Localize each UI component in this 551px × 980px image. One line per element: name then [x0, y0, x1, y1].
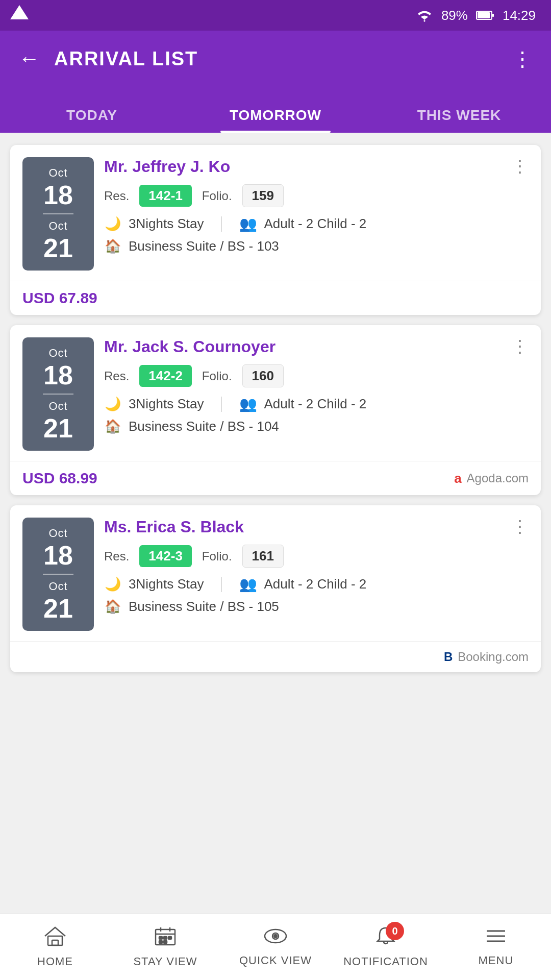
svg-point-16 [274, 935, 277, 938]
tab-tomorrow[interactable]: TOMORROW [184, 107, 367, 133]
svg-rect-9 [159, 937, 162, 939]
card-footer-1: USD 67.89 [10, 281, 541, 315]
guest-name-2: Mr. Jack S. Cournoyer [104, 337, 276, 356]
price-1: USD 67.89 [22, 289, 97, 307]
agoda-icon: a [454, 471, 461, 486]
nav-home[interactable]: HOME [0, 921, 110, 973]
card-info-3: Ms. Erica S. Black ⋮ Res. 142-3 Folio. 1… [104, 518, 529, 621]
svg-rect-4 [52, 940, 58, 945]
tab-today[interactable]: TODAY [0, 107, 184, 133]
back-button[interactable]: ← [18, 46, 40, 71]
card-more-button-3[interactable]: ⋮ [505, 518, 529, 535]
svg-rect-1 [478, 12, 490, 18]
svg-rect-13 [164, 941, 167, 943]
guests-icon-3: 👥 [239, 576, 257, 593]
card-header-row-2: Mr. Jack S. Cournoyer ⋮ [104, 337, 529, 364]
date-divider-3 [43, 574, 73, 575]
res-row-1: Res. 142-1 Folio. 159 [104, 184, 529, 207]
card-footer-2: USD 68.99 a Agoda.com [10, 461, 541, 495]
nav-stayview[interactable]: STAY VIEW [110, 921, 220, 973]
nav-notification[interactable]: 0 NOTIFICATION [331, 921, 441, 973]
arrival-card-1: Oct 18 Oct 21 Mr. Jeffrey J. Ko ⋮ Res. 1… [10, 145, 541, 315]
nights-row-1: 🌙 3Nights Stay 👥 Adult - 2 Child - 2 [104, 215, 529, 232]
card-more-button-1[interactable]: ⋮ [505, 157, 529, 175]
battery-icon [476, 10, 494, 21]
wifi-icon [416, 9, 433, 22]
more-options-button[interactable]: ⋮ [512, 48, 533, 69]
booking-icon: B [444, 650, 453, 664]
card-header-row-3: Ms. Erica S. Black ⋮ [104, 518, 529, 545]
svg-rect-12 [159, 941, 162, 943]
date-divider-2 [43, 394, 73, 395]
tab-thisweek[interactable]: THIS WEEK [367, 107, 551, 133]
res-badge-3: 142-3 [139, 545, 192, 567]
nights-row-2: 🌙 3Nights Stay 👥 Adult - 2 Child - 2 [104, 396, 529, 412]
card-header-row-1: Mr. Jeffrey J. Ko ⋮ [104, 157, 529, 184]
room-icon-2: 🏠 [104, 419, 121, 434]
arrival-card-2: Oct 18 Oct 21 Mr. Jack S. Cournoyer ⋮ Re… [10, 325, 541, 495]
card-info-2: Mr. Jack S. Cournoyer ⋮ Res. 142-2 Folio… [104, 337, 529, 440]
arrival-list: Oct 18 Oct 21 Mr. Jeffrey J. Ko ⋮ Res. 1… [0, 133, 551, 766]
room-row-1: 🏠 Business Suite / BS - 103 [104, 238, 529, 254]
card-main-2: Oct 18 Oct 21 Mr. Jack S. Cournoyer ⋮ Re… [10, 325, 541, 461]
guest-name-3: Ms. Erica S. Black [104, 518, 244, 536]
nights-row-3: 🌙 3Nights Stay 👥 Adult - 2 Child - 2 [104, 576, 529, 593]
room-icon-3: 🏠 [104, 599, 121, 615]
date-divider-1 [43, 213, 73, 214]
guest-name-1: Mr. Jeffrey J. Ko [104, 157, 230, 176]
nav-quickview[interactable]: QUICK VIEW [220, 922, 331, 972]
app-header: ← ARRIVAL LIST ⋮ [0, 31, 551, 87]
guests-icon-2: 👥 [239, 396, 257, 412]
header-left: ← ARRIVAL LIST [18, 46, 198, 71]
card-main-1: Oct 18 Oct 21 Mr. Jeffrey J. Ko ⋮ Res. 1… [10, 145, 541, 281]
svg-rect-11 [168, 937, 171, 939]
source-2: a Agoda.com [454, 471, 529, 486]
card-main-3: Oct 18 Oct 21 Ms. Erica S. Black ⋮ Res. … [10, 505, 541, 641]
res-badge-2: 142-2 [139, 365, 192, 387]
card-info-1: Mr. Jeffrey J. Ko ⋮ Res. 142-1 Folio. 15… [104, 157, 529, 260]
moon-icon-1: 🌙 [104, 216, 121, 232]
moon-icon-2: 🌙 [104, 396, 121, 412]
res-row-3: Res. 142-3 Folio. 161 [104, 545, 529, 568]
notification-badge: 0 [386, 922, 404, 940]
res-badge-1: 142-1 [139, 185, 192, 207]
status-right: 89% 14:29 [416, 8, 536, 23]
card-footer-3: B Booking.com [10, 641, 541, 672]
bell-icon: 0 [374, 926, 397, 951]
room-row-2: 🏠 Business Suite / BS - 104 [104, 419, 529, 434]
guests-icon-1: 👥 [239, 215, 257, 232]
signal-icon [10, 5, 29, 19]
arrival-card-3: Oct 18 Oct 21 Ms. Erica S. Black ⋮ Res. … [10, 505, 541, 672]
tab-bar: TODAY TOMORROW THIS WEEK [0, 87, 551, 133]
date-badge-1: Oct 18 Oct 21 [22, 157, 94, 271]
room-icon-1: 🏠 [104, 238, 121, 254]
page-title: ARRIVAL LIST [54, 48, 198, 70]
price-2: USD 68.99 [22, 470, 97, 487]
nav-menu[interactable]: MENU [441, 922, 551, 972]
calendar-icon [154, 926, 177, 951]
folio-badge-1: 159 [242, 184, 284, 207]
bottom-spacer [10, 682, 541, 754]
moon-icon-3: 🌙 [104, 576, 121, 592]
svg-rect-10 [164, 937, 167, 939]
folio-badge-3: 161 [242, 545, 284, 568]
svg-rect-2 [492, 14, 494, 17]
home-icon [44, 926, 66, 951]
date-badge-2: Oct 18 Oct 21 [22, 337, 94, 451]
res-row-2: Res. 142-2 Folio. 160 [104, 364, 529, 387]
folio-badge-2: 160 [242, 364, 284, 387]
status-bar: 89% 14:29 [0, 0, 551, 31]
source-3: B Booking.com [444, 650, 529, 664]
signal-indicator [10, 5, 29, 21]
clock: 14:29 [503, 8, 536, 23]
room-row-3: 🏠 Business Suite / BS - 105 [104, 599, 529, 615]
date-badge-3: Oct 18 Oct 21 [22, 518, 94, 631]
menu-icon [485, 927, 507, 950]
eye-icon [263, 927, 288, 950]
bottom-navigation: HOME STAY VIEW QUICK V [0, 914, 551, 980]
card-more-button-2[interactable]: ⋮ [505, 337, 529, 355]
battery-percentage: 89% [441, 8, 468, 23]
